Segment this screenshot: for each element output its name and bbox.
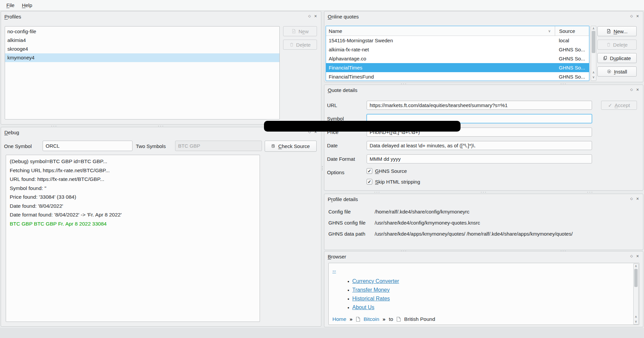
close-panel-icon[interactable]: × xyxy=(636,14,639,18)
float-panel-icon[interactable]: ◇ xyxy=(630,87,633,92)
ghns-source-checkbox[interactable]: ✓ GHNS Source xyxy=(367,168,407,174)
new-document-icon xyxy=(606,29,611,34)
bullet-icon: • xyxy=(347,287,349,293)
chevron-up-icon[interactable]: ∧ xyxy=(634,315,638,319)
historical-rates-link[interactable]: Historical Rates xyxy=(352,296,390,302)
browser-panel-title: Browser xyxy=(328,254,346,259)
url-input[interactable] xyxy=(367,101,592,110)
quote-details-panel-title: Quote details xyxy=(328,87,357,93)
debug-log-line: Fetching URL https://fx-rate.net/BTC/GBP… xyxy=(10,166,256,175)
profile-list-item[interactable]: skrooge4 xyxy=(5,45,279,53)
profile-list-item-selected[interactable]: kmymoney4 xyxy=(5,53,279,62)
profiles-list: no-config-file alkimia4 skrooge4 kmymone… xyxy=(5,26,280,119)
chevron-up-icon[interactable]: ∧ xyxy=(634,264,638,268)
redaction-bar xyxy=(264,121,461,132)
window-bottom-strip xyxy=(0,328,644,338)
chevron-up-icon[interactable]: ∧ xyxy=(591,27,596,31)
float-panel-icon[interactable]: ◇ xyxy=(630,196,633,201)
debug-log-line: (Debug) symbol=BTC GBP id=BTC GBP... xyxy=(10,157,256,166)
quotes-table-header[interactable]: Name ∨ Source xyxy=(326,26,589,36)
accept-button: ✓ Accept xyxy=(601,101,637,110)
close-panel-icon[interactable]: × xyxy=(636,254,639,258)
table-row-selected[interactable]: FinancialTimes GHNS So... xyxy=(326,63,589,72)
dashes-link[interactable]: -- xyxy=(332,268,336,274)
table-row[interactable]: 154116-Morningstar Sweden local xyxy=(326,36,589,45)
chevron-down-icon[interactable]: ∨ xyxy=(634,320,638,324)
document-icon xyxy=(396,317,401,322)
check-source-button[interactable]: Check Source xyxy=(265,141,317,152)
currency-converter-link[interactable]: Currency Converter xyxy=(352,278,399,284)
float-panel-icon[interactable]: ◇ xyxy=(630,14,633,18)
chevron-up-icon[interactable]: ∧ xyxy=(591,70,596,75)
quote-source: GHNS So... xyxy=(555,47,589,52)
debug-result-line: BTC GBP BTC GBP Fr. Apr 8 2022 33084 xyxy=(10,220,256,229)
profiles-new-button: New xyxy=(283,26,317,36)
quote-name: FinancialTimes xyxy=(326,65,555,70)
bullet-icon: • xyxy=(347,279,349,284)
date-regex-input[interactable] xyxy=(367,141,592,150)
menu-help[interactable]: Help xyxy=(19,1,35,9)
table-row[interactable]: alkimia-fx-rate-net GHNS So... xyxy=(326,45,589,54)
options-label: Options xyxy=(327,170,344,175)
profile-list-item[interactable]: no-config-file xyxy=(5,27,279,36)
scrollbar-thumb[interactable] xyxy=(634,269,638,287)
browser-scrollbar[interactable]: ∧ ∧ ∨ xyxy=(633,263,639,325)
list-item: • Historical Rates xyxy=(347,296,390,302)
debug-panel: Debug ◇ × One Symbol Two Symbols Check S… xyxy=(1,127,321,327)
document-icon xyxy=(356,317,360,322)
close-panel-icon[interactable]: × xyxy=(636,196,639,201)
quotes-new-button[interactable]: New... xyxy=(597,26,637,36)
column-header-name[interactable]: Name xyxy=(326,28,555,34)
float-panel-icon[interactable]: ◇ xyxy=(308,14,311,18)
quote-source: GHNS So... xyxy=(555,65,589,70)
online-quotes-panel: Online quotes ◇ × Name ∨ Source 154116-M… xyxy=(324,11,643,82)
quote-source: GHNS So... xyxy=(555,56,589,61)
breadcrumb-to-text: to xyxy=(389,316,393,322)
breadcrumb-separator: » xyxy=(383,316,386,322)
breadcrumb: Home » Bitcoin » to British Pound xyxy=(332,316,435,322)
app-window: File Help Profiles ◇ × no-config-file al… xyxy=(0,0,644,338)
quote-source: local xyxy=(555,38,589,43)
date-format-label: Date Format xyxy=(327,156,355,162)
table-row[interactable]: Alphavantage.co GHNS So... xyxy=(326,54,589,63)
date-format-input[interactable] xyxy=(367,154,592,163)
close-panel-icon[interactable]: × xyxy=(636,87,639,92)
profiles-delete-button: Delete xyxy=(283,40,317,50)
browser-view: -- • Currency Converter • Transfer Money… xyxy=(328,263,639,325)
list-item: • Transfer Money xyxy=(347,287,390,293)
quote-name: 154116-Morningstar Sweden xyxy=(326,38,555,43)
chevron-down-icon[interactable]: ∨ xyxy=(591,75,596,79)
column-header-source[interactable]: Source xyxy=(555,26,589,36)
table-row[interactable]: FinancialTimesFund GHNS So... xyxy=(326,72,589,81)
ghns-data-path-value: /usr/share/kde4/apps/kmymoney/quotes/ /h… xyxy=(375,231,573,237)
transfer-money-link[interactable]: Transfer Money xyxy=(352,287,389,293)
debug-panel-title: Debug xyxy=(4,130,19,135)
quote-name: FinancialTimesFund xyxy=(326,74,555,80)
quotes-install-button[interactable]: Install xyxy=(597,66,637,77)
quotes-duplicate-button[interactable]: Duplicate xyxy=(597,53,637,63)
checkbox-check-icon: ✓ xyxy=(367,168,372,174)
chevron-down-icon[interactable]: ∨ xyxy=(548,29,551,33)
checkbox-check-icon: ✓ xyxy=(367,179,372,185)
splitter-handle[interactable] xyxy=(322,166,323,167)
debug-log-line: URL found: https://fx-rate.net/BTC/GBP..… xyxy=(10,175,256,184)
home-link[interactable]: Home xyxy=(332,316,346,322)
profile-details-panel: Profile details ◇ × Config file /home/ra… xyxy=(324,194,643,250)
splitter-handle[interactable]: ········· xyxy=(324,191,643,193)
one-symbol-input[interactable] xyxy=(43,141,132,151)
about-us-link[interactable]: About Us xyxy=(352,304,374,310)
table-scrollbar[interactable]: ∧ ∧ ∨ xyxy=(591,26,596,81)
float-panel-icon[interactable]: ◇ xyxy=(630,254,633,258)
debug-log-line: Symbol found: '' xyxy=(10,184,256,193)
bitcoin-link[interactable]: Bitcoin xyxy=(364,316,379,322)
online-quotes-panel-title: Online quotes xyxy=(328,14,359,19)
profiles-panel-title: Profiles xyxy=(4,14,21,19)
scrollbar-thumb[interactable] xyxy=(592,31,595,53)
skip-html-stripping-checkbox[interactable]: ✓ Skip HTML stripping xyxy=(367,179,420,185)
bullet-icon: • xyxy=(347,296,349,302)
close-panel-icon[interactable]: × xyxy=(314,14,317,18)
menu-file[interactable]: File xyxy=(3,1,17,9)
trash-icon xyxy=(606,42,611,47)
profile-list-item[interactable]: alkimia4 xyxy=(5,36,279,45)
trash-icon xyxy=(289,42,294,47)
